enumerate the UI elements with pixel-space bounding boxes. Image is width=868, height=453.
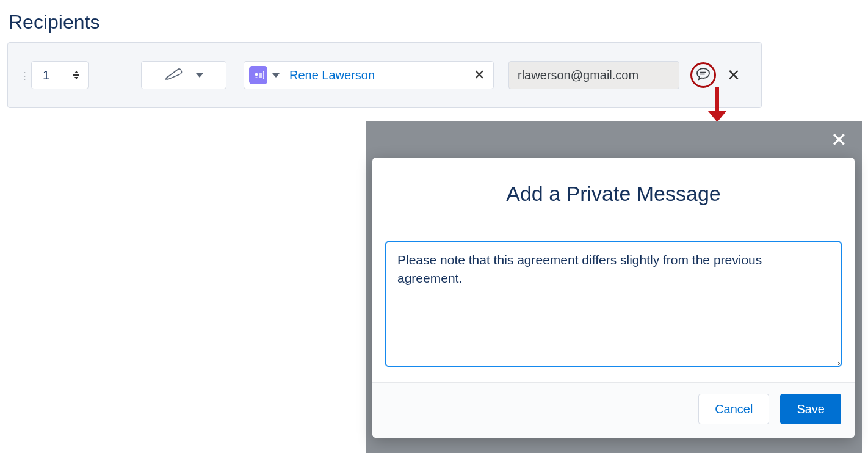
drag-handle-icon[interactable]: ⋮: [20, 71, 29, 80]
recipient-email-field: rlawerson@gmail.com: [508, 61, 679, 89]
remove-recipient-icon[interactable]: ✕: [727, 66, 740, 85]
recipient-name-selector[interactable]: Rene Lawerson ✕: [244, 61, 494, 89]
private-message-textarea[interactable]: [386, 242, 841, 366]
svg-marker-1: [74, 71, 78, 73]
chevron-down-icon: [196, 73, 203, 78]
clear-name-icon[interactable]: ✕: [471, 67, 487, 83]
chevron-down-icon: [272, 73, 280, 78]
modal-title: Add a Private Message: [372, 158, 855, 228]
private-message-button[interactable]: [690, 62, 716, 88]
recipient-row: ⋮ 1: [7, 42, 762, 108]
pen-icon: [164, 67, 183, 83]
role-selector[interactable]: [141, 61, 226, 89]
svg-marker-2: [74, 77, 78, 79]
stepper-icon[interactable]: [71, 71, 82, 79]
modal-footer: Cancel Save: [372, 382, 855, 438]
save-button[interactable]: Save: [780, 394, 841, 424]
order-stepper[interactable]: 1: [31, 61, 89, 89]
close-overlay-icon[interactable]: ✕: [831, 128, 847, 151]
cancel-button[interactable]: Cancel: [698, 394, 769, 424]
annotation-arrow: [708, 87, 726, 122]
recipient-email-value: rlawerson@gmail.com: [518, 68, 638, 82]
modal-body: [372, 228, 855, 382]
svg-rect-0: [73, 74, 79, 76]
recipients-heading: Recipients: [0, 0, 868, 34]
order-value: 1: [43, 68, 49, 82]
svg-point-4: [255, 73, 258, 76]
private-message-modal: Add a Private Message Cancel Save: [372, 158, 855, 438]
speech-bubble-icon: [696, 67, 711, 83]
recipient-name: Rene Lawerson: [289, 68, 466, 82]
contact-card-icon: [249, 66, 267, 84]
